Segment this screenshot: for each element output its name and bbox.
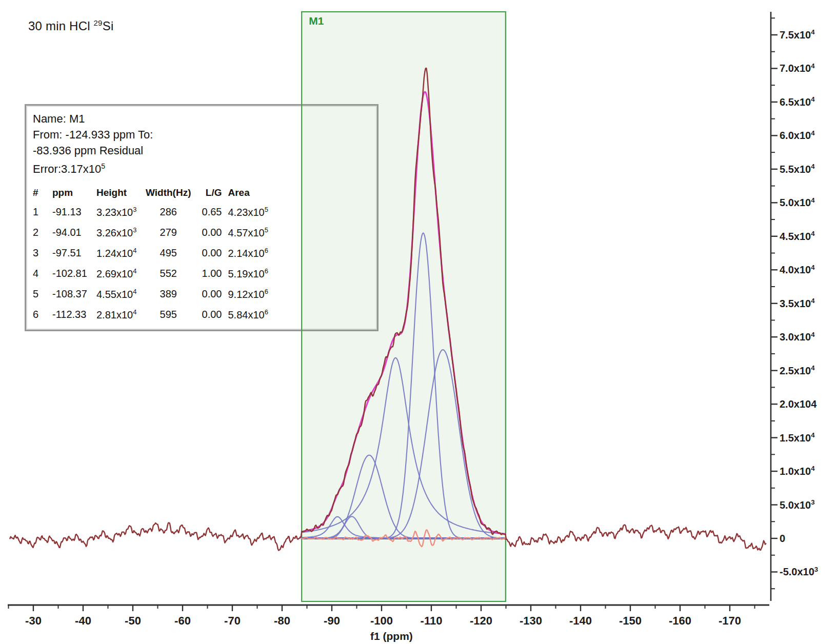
x-tick-label: -90	[324, 614, 340, 627]
y-tick-label: 2.0x104	[780, 398, 817, 410]
x-tick-label: -60	[174, 614, 191, 627]
region-label: M1	[309, 15, 324, 27]
y-tick-label: 5.0x104	[780, 196, 815, 209]
y-tick-label: 5.0x103	[780, 498, 815, 511]
x-axis-title: f1 (ppm)	[370, 630, 413, 642]
y-tick-label: 4.5x104	[780, 230, 815, 242]
x-tick-label: -40	[75, 614, 91, 627]
x-tick-label: -160	[669, 614, 691, 627]
x-tick-label: -100	[370, 614, 393, 627]
y-tick-label: -5.0x103	[780, 566, 818, 578]
x-tick-label: -110	[421, 614, 443, 627]
x-tick-label: -120	[470, 614, 492, 627]
x-tick-label: -80	[274, 614, 290, 627]
nmr-fit-view: 30 min HCl 29Si Name: M1 From: -124.933 …	[0, 0, 837, 644]
x-tick-label: -170	[719, 614, 741, 627]
x-tick-label: -130	[520, 614, 542, 627]
y-tick-label: 0	[780, 533, 785, 544]
y-tick-label: 3.0x104	[780, 331, 815, 343]
x-tick-label: -150	[619, 614, 642, 627]
x-tick-label: -140	[569, 614, 592, 627]
x-tick-label: -70	[224, 614, 241, 627]
y-tick-label: 6.5x104	[780, 95, 815, 108]
y-tick-label: 7.5x104	[780, 28, 815, 41]
y-tick-label: 6.0x104	[780, 129, 815, 142]
y-tick-label: 1.5x104	[780, 431, 815, 444]
y-tick-label: 5.5x104	[780, 163, 815, 175]
y-tick-label: 7.0x104	[780, 62, 815, 74]
y-tick-label: 3.5x104	[780, 297, 815, 309]
y-tick-label: 2.5x104	[780, 364, 815, 376]
nmr-chart: M1-30-40-50-60-70-80-90-100-110-120-130-…	[0, 0, 837, 644]
x-tick-label: -30	[25, 614, 42, 627]
y-tick-label: 1.0x104	[780, 465, 815, 477]
y-tick-label: 4.0x104	[780, 264, 815, 276]
x-tick-label: -50	[125, 614, 141, 627]
